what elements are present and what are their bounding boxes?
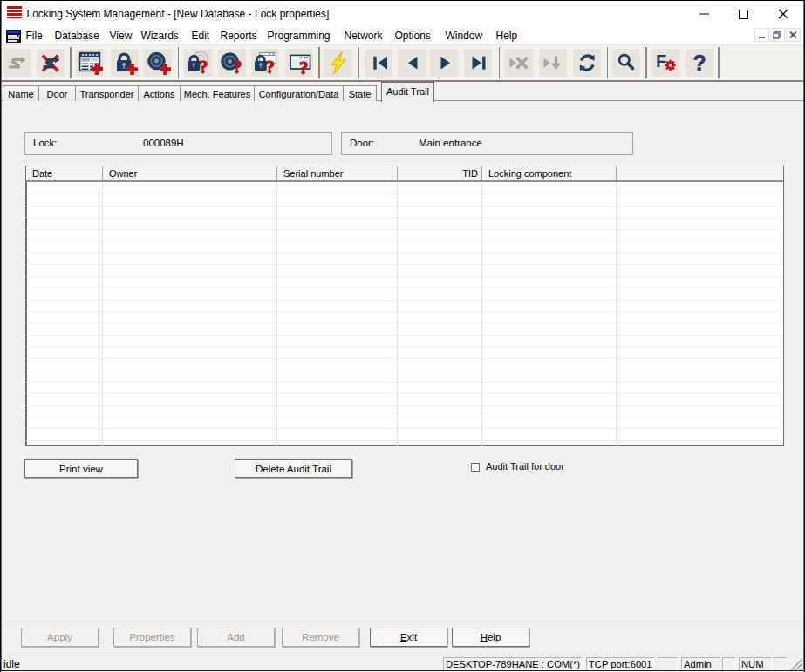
svg-text:?: ? bbox=[233, 57, 242, 77]
svg-text:?: ? bbox=[266, 57, 276, 77]
svg-text:?: ? bbox=[299, 57, 309, 77]
svg-text:F: F bbox=[656, 51, 666, 70]
svg-text:?: ? bbox=[692, 51, 706, 75]
svg-text:?: ? bbox=[199, 56, 208, 77]
